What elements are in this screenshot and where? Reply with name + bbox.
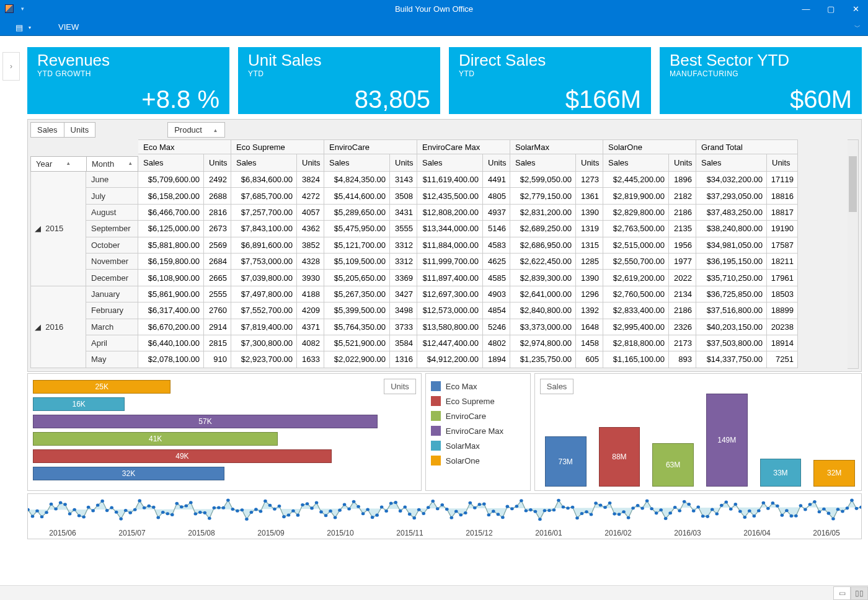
data-cell[interactable]: 4188 [297,286,324,302]
data-cell[interactable]: 4272 [297,188,324,204]
data-cell[interactable]: 18503 [767,286,798,302]
data-cell[interactable]: 18211 [767,254,798,270]
product-header[interactable]: SolarMax [510,139,603,154]
data-cell[interactable]: $5,205,650.00 [324,270,390,286]
data-cell[interactable]: 893 [669,351,696,368]
close-button[interactable]: ✕ [843,0,868,17]
month-cell[interactable]: November [86,254,138,270]
col-units[interactable]: Units [767,154,798,172]
data-cell[interactable]: $2,995,400.00 [603,319,669,335]
data-cell[interactable]: 3312 [390,237,417,254]
data-cell[interactable]: $2,022,900.00 [324,351,390,368]
data-cell[interactable]: 17119 [767,172,798,188]
product-header[interactable]: EnviroCare Max [417,139,510,154]
data-cell[interactable]: $6,108,900.00 [138,270,204,286]
data-cell[interactable]: $2,078,100.00 [138,351,204,368]
data-cell[interactable]: 4209 [297,302,324,319]
data-cell[interactable]: $36,195,150.00 [696,254,767,270]
view-mode-2-button[interactable]: ▯▯ [851,586,868,600]
data-cell[interactable]: 910 [204,351,231,368]
data-cell[interactable]: 17587 [767,237,798,254]
data-cell[interactable]: $37,483,250.00 [696,205,767,221]
data-cell[interactable]: $6,317,400.00 [138,302,204,319]
data-cell[interactable]: $3,373,000.00 [510,319,576,335]
col-units[interactable]: Units [669,154,696,172]
col-units[interactable]: Units [297,154,324,172]
view-mode-1-button[interactable]: ▭ [833,586,851,600]
month-cell[interactable]: December [86,270,138,286]
data-cell[interactable]: $34,032,200.00 [696,172,767,188]
data-cell[interactable]: $7,843,100.00 [231,221,297,237]
data-cell[interactable]: 1896 [669,172,696,188]
data-cell[interactable]: $2,974,800.00 [510,335,576,351]
data-cell[interactable]: 2182 [669,188,696,204]
data-cell[interactable]: 605 [576,351,603,368]
minimize-button[interactable]: — [794,0,818,17]
col-sales[interactable]: Sales [417,154,483,172]
data-cell[interactable]: 1285 [576,254,603,270]
data-cell[interactable]: 1633 [297,351,324,368]
data-cell[interactable]: 18914 [767,335,798,351]
data-cell[interactable]: $11,999,700.00 [417,254,483,270]
month-cell[interactable]: August [86,205,138,221]
month-cell[interactable]: May [86,351,138,368]
data-cell[interactable]: 17961 [767,270,798,286]
data-cell[interactable]: $2,760,500.00 [603,286,669,302]
product-header[interactable]: EnviroCare [324,139,417,154]
data-cell[interactable]: 3584 [390,335,417,351]
data-cell[interactable]: $2,599,050.00 [510,172,576,188]
data-cell[interactable]: $13,580,800.00 [417,319,483,335]
data-cell[interactable]: $2,833,400.00 [603,302,669,319]
data-cell[interactable]: 2186 [669,205,696,221]
collapse-ribbon-icon[interactable]: ﹀ [854,23,861,32]
grand-total-header[interactable]: Grand Total [696,139,798,154]
data-cell[interactable]: 3143 [390,172,417,188]
data-cell[interactable]: $14,337,750.00 [696,351,767,368]
data-cell[interactable]: $2,779,150.00 [510,188,576,204]
data-cell[interactable]: $12,435,500.00 [417,188,483,204]
col-units[interactable]: Units [576,154,603,172]
data-cell[interactable]: $2,840,800.00 [510,302,576,319]
pivot-field-year[interactable]: Year▲ [30,156,86,172]
data-cell[interactable]: $6,159,800.00 [138,254,204,270]
data-cell[interactable]: $7,753,000.00 [231,254,297,270]
data-cell[interactable]: $12,447,400.00 [417,335,483,351]
col-sales[interactable]: Sales [324,154,390,172]
data-cell[interactable]: $11,897,400.00 [417,270,483,286]
data-cell[interactable]: 3852 [297,237,324,254]
month-cell[interactable]: September [86,221,138,237]
data-cell[interactable]: $11,884,000.00 [417,237,483,254]
month-cell[interactable]: March [86,319,138,335]
pivot-tab-sales[interactable]: Sales [30,122,64,138]
data-cell[interactable]: 2760 [204,302,231,319]
product-header[interactable]: SolarOne [603,139,696,154]
data-cell[interactable]: 4328 [297,254,324,270]
month-cell[interactable]: July [86,188,138,204]
month-cell[interactable]: February [86,302,138,319]
data-cell[interactable]: 3431 [390,205,417,221]
data-cell[interactable]: $2,515,000.00 [603,237,669,254]
data-cell[interactable]: 4854 [483,302,510,319]
month-cell[interactable]: January [86,286,138,302]
data-cell[interactable]: $6,891,600.00 [231,237,297,254]
data-cell[interactable]: 2492 [204,172,231,188]
data-cell[interactable]: $11,619,400.00 [417,172,483,188]
data-cell[interactable]: $4,824,350.00 [324,172,390,188]
data-cell[interactable]: $37,503,800.00 [696,335,767,351]
data-cell[interactable]: 5146 [483,221,510,237]
data-cell[interactable]: $7,257,700.00 [231,205,297,221]
data-cell[interactable]: 2815 [204,335,231,351]
data-cell[interactable]: 1315 [576,237,603,254]
data-cell[interactable]: 18816 [767,188,798,204]
data-cell[interactable]: $2,923,700.00 [231,351,297,368]
data-cell[interactable]: 1977 [669,254,696,270]
data-cell[interactable]: $7,552,700.00 [231,302,297,319]
data-cell[interactable]: $36,725,850.00 [696,286,767,302]
data-cell[interactable]: 2555 [204,286,231,302]
data-cell[interactable]: 4625 [483,254,510,270]
data-cell[interactable]: $6,670,200.00 [138,319,204,335]
month-cell[interactable]: April [86,335,138,351]
data-cell[interactable]: $7,300,800.00 [231,335,297,351]
data-cell[interactable]: $2,622,450.00 [510,254,576,270]
data-cell[interactable]: $5,109,500.00 [324,254,390,270]
